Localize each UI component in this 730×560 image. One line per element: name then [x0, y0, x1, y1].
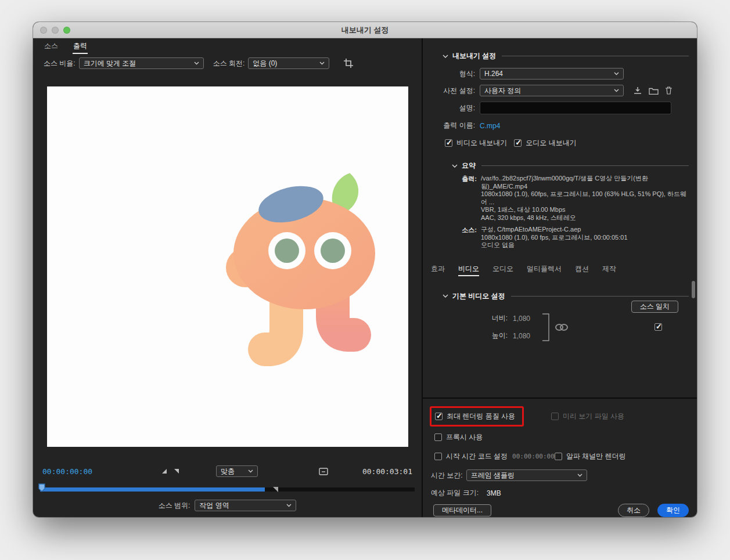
chevron-down-icon — [319, 62, 325, 65]
duration-timecode: 00:00:03:01 — [362, 467, 412, 476]
start-timecode-value: 00:00:00:00 — [512, 453, 555, 460]
crop-icon[interactable] — [343, 58, 354, 68]
summary-line: 1080x1080 (1.0), 60 fps, 프로그레시브, 00:00:0… — [481, 234, 628, 242]
minimize-button[interactable] — [52, 27, 59, 34]
current-timecode[interactable]: 00:00:00:00 — [42, 467, 92, 476]
max-render-quality-checkbox[interactable] — [435, 413, 443, 420]
export-audio-checkbox[interactable] — [514, 139, 522, 147]
chevron-down-icon — [443, 294, 448, 298]
output-name-link[interactable]: C.mp4 — [480, 122, 500, 130]
chevron-down-icon — [194, 62, 199, 65]
summary-line: VBR, 1패스, 대상 10.00 Mbps — [481, 206, 689, 214]
export-video-checkbox[interactable] — [445, 139, 452, 147]
export-settings-header[interactable]: 내보내기 설정 — [431, 51, 689, 61]
video-settings-scroll-area: 기본 비디오 설정 소스 일치 너비: 1,080 높이: 1,080 — [423, 276, 697, 398]
selected-value: 사용자 정의 — [484, 86, 521, 96]
time-interpolation-label: 시간 보간: — [431, 471, 463, 480]
width-value[interactable]: 1,080 — [513, 315, 530, 323]
summary-line: 오디오 없음 — [481, 241, 628, 250]
delete-preset-trash-icon[interactable] — [665, 86, 673, 95]
use-preview-files-label: 미리 보기 파일 사용 — [563, 411, 624, 421]
dimensions-block: 너비: 1,080 높이: 1,080 — [488, 313, 689, 342]
summary-header[interactable]: 요약 — [431, 161, 689, 171]
source-range-label: 소스 범위: — [159, 501, 190, 511]
out-point-icon[interactable] — [173, 468, 180, 475]
chevron-down-icon — [614, 72, 619, 75]
tab-publish[interactable]: 제작 — [602, 264, 616, 276]
time-interpolation-select[interactable]: 프레임 샘플링 — [466, 469, 587, 481]
source-range-select[interactable]: 작업 영역 — [195, 500, 296, 511]
zoom-button[interactable] — [63, 27, 70, 34]
set-start-timecode-label: 시작 시간 코드 설정 — [446, 451, 508, 461]
crop-frame-icon[interactable] — [318, 467, 329, 476]
summary-line: AAC, 320 kbps, 48 kHz, 스테레오 — [481, 214, 689, 222]
tab-captions[interactable]: 캡션 — [575, 264, 589, 276]
close-button[interactable] — [40, 27, 47, 34]
format-select[interactable]: H.264 — [480, 68, 624, 80]
zoom-fit-select[interactable]: 맞춤 — [216, 465, 258, 477]
use-proxies-checkbox[interactable] — [434, 433, 442, 441]
chevron-down-icon — [443, 55, 448, 58]
chevron-down-icon — [248, 469, 253, 473]
match-source-button[interactable]: 소스 일치 — [631, 301, 678, 313]
source-scaling-select[interactable]: 크기에 맞게 조절 — [79, 57, 204, 69]
in-point-icon[interactable] — [161, 468, 168, 475]
left-eye — [275, 239, 299, 263]
selected-value: 맞춤 — [221, 467, 235, 476]
tab-effects[interactable]: 효과 — [431, 264, 445, 276]
summary-source-block: 소스: 구성, C/tmpAEtoAMEProject-C.aep 1080x1… — [431, 226, 689, 250]
selected-value: H.264 — [484, 70, 503, 78]
timeline-track[interactable] — [40, 487, 415, 492]
render-alpha-only-checkbox[interactable] — [555, 453, 562, 460]
window-title: 내보내기 설정 — [341, 25, 389, 35]
work-area-end-handle[interactable] — [273, 487, 278, 492]
format-label: 형식: — [431, 69, 475, 79]
source-scaling-label: 소스 비율: — [44, 59, 75, 68]
annotation-highlight: 최대 렌더링 품질 사용 — [430, 406, 524, 427]
chevron-down-icon — [452, 164, 458, 168]
comment-input[interactable] — [480, 102, 671, 114]
output-name-label: 출력 이름: — [431, 121, 475, 131]
use-preview-files-checkbox — [551, 413, 559, 420]
preview-tabs: 소스 출력 — [33, 38, 422, 54]
chevron-down-icon — [577, 474, 582, 477]
tab-multiplexer[interactable]: 멀티플렉서 — [527, 264, 562, 276]
transport-bar: 00:00:00:00 맞춤 00:00:03:01 — [33, 464, 422, 479]
summary-output-block: 출력: /var/fo..2b82spcf7j3lnwm0000gq/T/샘플 … — [431, 175, 689, 222]
set-start-timecode-checkbox[interactable] — [434, 453, 442, 460]
playhead[interactable] — [38, 483, 46, 493]
chevron-down-icon — [614, 89, 619, 92]
preview-area — [33, 73, 422, 464]
chevron-down-icon — [286, 504, 292, 507]
summary-source-label: 소스: — [431, 226, 477, 250]
scrollbar-thumb[interactable] — [692, 281, 695, 298]
save-preset-icon[interactable] — [633, 86, 642, 95]
divider-line — [511, 296, 689, 297]
preset-select[interactable]: 사용자 정의 — [480, 85, 624, 96]
titlebar: 내보내기 설정 — [33, 22, 697, 38]
summary-output-label: 출력: — [431, 175, 477, 222]
tab-output[interactable]: 출력 — [73, 39, 88, 54]
constrain-dimensions-checkbox[interactable] — [655, 323, 662, 331]
basic-video-settings-header[interactable]: 기본 비디오 설정 — [431, 291, 689, 301]
link-dimensions-icon[interactable] — [555, 323, 569, 331]
width-label: 너비: — [488, 313, 508, 323]
divider-line — [502, 56, 689, 56]
preview-panel: 소스 출력 소스 비율: 크기에 맞게 조절 소스 회전: 없음 (0) — [33, 38, 423, 517]
summary-line: /var/fo..2b82spcf7j3lnwm0000gq/T/샘플 C영상 … — [481, 175, 689, 190]
tab-source[interactable]: 소스 — [44, 39, 59, 54]
source-rotation-select[interactable]: 없음 (0) — [248, 57, 329, 69]
tab-video[interactable]: 비디오 — [458, 264, 479, 276]
height-value[interactable]: 1,080 — [513, 332, 530, 340]
cancel-button[interactable]: 취소 — [618, 504, 649, 517]
selected-value: 없음 (0) — [253, 59, 277, 68]
ok-button[interactable]: 확인 — [657, 504, 689, 517]
preset-label: 사전 설정: — [431, 86, 475, 96]
timeline-scrubber[interactable] — [33, 483, 422, 496]
import-preset-folder-icon[interactable] — [649, 87, 659, 95]
render-alpha-only-label: 알파 채널만 렌더링 — [566, 451, 626, 461]
export-settings-window: 내보내기 설정 소스 출력 소스 비율: 크기에 맞게 조절 소스 회전: 없음… — [33, 22, 697, 517]
metadata-button[interactable]: 메타데이터... — [433, 504, 491, 516]
section-title: 요약 — [462, 161, 476, 171]
tab-audio[interactable]: 오디오 — [492, 264, 513, 276]
